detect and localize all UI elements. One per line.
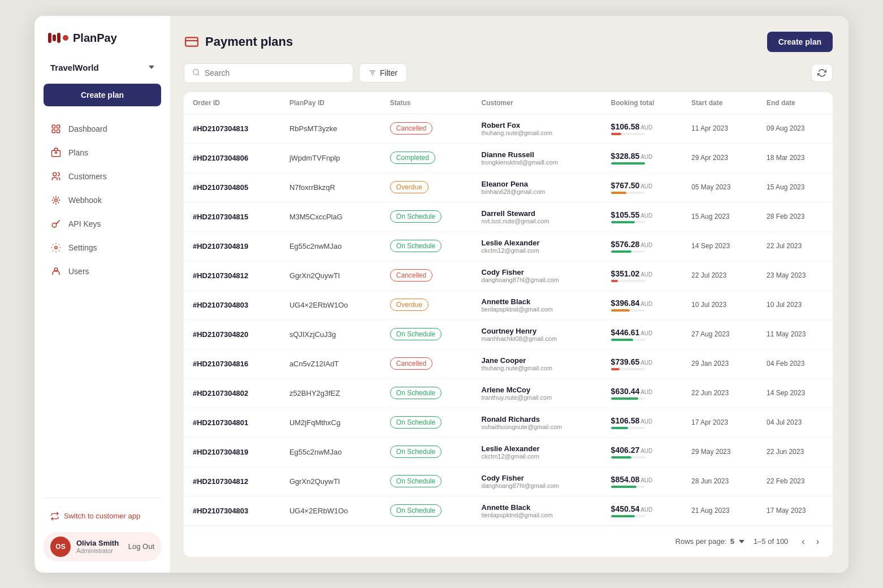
status-badge: On Schedule	[390, 416, 442, 429]
cell-start-date: 15 Aug 2023	[682, 202, 758, 231]
table-wrapper: Order ID PlanPay ID Status Customer Book…	[184, 92, 833, 557]
table-row[interactable]: #HD2107304813 RbPsMT3yzke Cancelled Robe…	[184, 114, 833, 143]
cell-booking-total: $396.84AUD	[602, 290, 682, 319]
cell-planpay-id: GgrXn2QuywTI	[280, 466, 381, 496]
users-icon	[50, 266, 62, 277]
svg-point-9	[55, 246, 58, 249]
search-icon	[192, 68, 200, 78]
col-end-date: End date	[758, 92, 833, 114]
sidebar-bottom: Switch to customer app OS Olivia Smith A…	[44, 498, 161, 561]
cell-start-date: 21 Aug 2023	[682, 496, 758, 525]
table-row[interactable]: #HD2107304812 GgrXn2QuywTI On Schedule C…	[184, 466, 833, 496]
cell-planpay-id: Eg55c2nwMJao	[280, 231, 381, 261]
status-badge: On Schedule	[390, 328, 442, 340]
cell-end-date: 11 May 2023	[758, 319, 833, 349]
cell-order-id: #HD2107304819	[184, 231, 280, 261]
table-row[interactable]: #HD2107304801 UM2jFqMthxCg On Schedule R…	[184, 408, 833, 437]
status-badge: On Schedule	[390, 504, 442, 517]
webhook-icon	[50, 194, 62, 206]
svg-rect-11	[185, 37, 198, 46]
cell-booking-total: $446.61AUD	[602, 319, 682, 349]
cell-planpay-id: M3M5CxccPlaG	[280, 202, 381, 231]
svg-point-7	[55, 198, 58, 201]
cell-start-date: 11 Apr 2023	[682, 114, 758, 143]
table-row[interactable]: #HD2107304805 N7foxrrBkzqR Overdue Elean…	[184, 172, 833, 202]
user-area: OS Olivia Smith Administrator Log Out	[44, 532, 161, 561]
prev-page-button[interactable]: ‹	[797, 534, 809, 549]
sidebar-item-dashboard[interactable]: Dashboard	[44, 118, 161, 140]
cell-planpay-id: GgrXn2QuywTI	[280, 261, 381, 290]
sidebar-item-webhook[interactable]: Webhook	[44, 189, 161, 211]
status-badge: On Schedule	[390, 240, 442, 252]
cell-customer: Annette Black tienlapspktnd@gmail.com	[473, 496, 602, 525]
workspace-selector[interactable]: TravelWorld	[44, 58, 161, 77]
col-status: Status	[381, 92, 473, 114]
table-row[interactable]: #HD2107304815 M3M5CxccPlaG On Schedule D…	[184, 202, 833, 231]
table-row[interactable]: #HD2107304816 aCn5vZ12IAdT Cancelled Jan…	[184, 349, 833, 378]
cell-planpay-id: RbPsMT3yzke	[280, 114, 381, 143]
cell-customer: Leslie Alexander ckctm12@gmail.com	[473, 231, 602, 261]
rows-per-page-value: 5	[730, 537, 734, 546]
header-create-plan-button[interactable]: Create plan	[767, 32, 833, 52]
table-header-row: Order ID PlanPay ID Status Customer Book…	[184, 92, 833, 114]
table-row[interactable]: #HD2107304820 sQJIXzjCuJ3g On Schedule C…	[184, 319, 833, 349]
cell-status: On Schedule	[381, 496, 473, 525]
table-row[interactable]: #HD2107304819 Eg55c2nwMJao On Schedule L…	[184, 231, 833, 261]
cell-order-id: #HD2107304802	[184, 378, 280, 408]
cell-customer: Robert Fox thuhang.nute@gmail.com	[473, 114, 602, 143]
table-row[interactable]: #HD2107304806 jWpdmTVFnplp Completed Dia…	[184, 143, 833, 172]
switch-customer-button[interactable]: Switch to customer app	[44, 507, 161, 525]
logo-text: PlanPay	[73, 32, 117, 45]
sidebar-item-customers[interactable]: Customers	[44, 165, 161, 188]
cell-start-date: 27 Aug 2023	[682, 319, 758, 349]
table-row[interactable]: #HD2107304803 UG4×2ERbW1Oo Overdue Annet…	[184, 290, 833, 319]
sidebar-item-plans[interactable]: Plans	[44, 141, 161, 164]
cell-booking-total: $630.44AUD	[602, 378, 682, 408]
sidebar-item-users[interactable]: Users	[44, 260, 161, 283]
svg-rect-2	[52, 129, 55, 132]
cell-order-id: #HD2107304813	[184, 114, 280, 143]
sidebar-item-label: Customers	[68, 172, 107, 181]
filter-button[interactable]: Filter	[359, 63, 407, 83]
cell-end-date: 22 Jun 2023	[758, 437, 833, 466]
cell-customer: Leslie Alexander ckctm12@gmail.com	[473, 437, 602, 466]
table-row[interactable]: #HD2107304803 UG4×2ERbW1Oo On Schedule A…	[184, 496, 833, 525]
cell-planpay-id: aCn5vZ12IAdT	[280, 349, 381, 378]
table-row[interactable]: #HD2107304802 z52BHY2g3fEZ On Schedule A…	[184, 378, 833, 408]
table-row[interactable]: #HD2107304819 Eg55c2nwMJao On Schedule L…	[184, 437, 833, 466]
cell-start-date: 22 Jul 2023	[682, 261, 758, 290]
cell-end-date: 18 Mar 2023	[758, 143, 833, 172]
cell-booking-total: $406.27AUD	[602, 437, 682, 466]
col-booking-total: Booking total	[602, 92, 682, 114]
sidebar-item-settings[interactable]: Settings	[44, 236, 161, 259]
cell-order-id: #HD2107304819	[184, 437, 280, 466]
next-page-button[interactable]: ›	[812, 534, 824, 549]
refresh-button[interactable]	[811, 64, 833, 82]
cell-booking-total: $328.85AUD	[602, 143, 682, 172]
cell-booking-total: $351.02AUD	[602, 261, 682, 290]
cell-planpay-id: UG4×2ERbW1Oo	[280, 496, 381, 525]
svg-rect-0	[52, 125, 55, 128]
plans-icon	[50, 147, 62, 158]
page-header: Payment plans Create plan	[184, 32, 833, 52]
rows-per-page-label: Rows per page:	[676, 537, 727, 546]
logout-button[interactable]: Log Out	[128, 542, 154, 551]
sidebar-item-label: Settings	[68, 243, 97, 252]
cell-order-id: #HD2107304816	[184, 349, 280, 378]
sidebar-item-api-keys[interactable]: API Keys	[44, 213, 161, 235]
toolbar: Filter	[184, 63, 833, 83]
cell-end-date: 04 Feb 2023	[758, 349, 833, 378]
cell-planpay-id: UG4×2ERbW1Oo	[280, 290, 381, 319]
user-role: Administrator	[76, 547, 123, 554]
table-row[interactable]: #HD2107304812 GgrXn2QuywTI Cancelled Cod…	[184, 261, 833, 290]
cell-booking-total: $767.50AUD	[602, 172, 682, 202]
cell-order-id: #HD2107304812	[184, 261, 280, 290]
sidebar: PlanPay TravelWorld Create plan Dashboar…	[34, 16, 170, 573]
svg-rect-3	[57, 129, 60, 132]
svg-rect-1	[57, 125, 60, 128]
sidebar-create-plan-button[interactable]: Create plan	[44, 84, 161, 106]
search-input[interactable]	[205, 68, 345, 77]
cell-booking-total: $450.54AUD	[602, 496, 682, 525]
rows-per-page-select[interactable]: 5	[730, 537, 745, 546]
cell-booking-total: $106.58AUD	[602, 114, 682, 143]
